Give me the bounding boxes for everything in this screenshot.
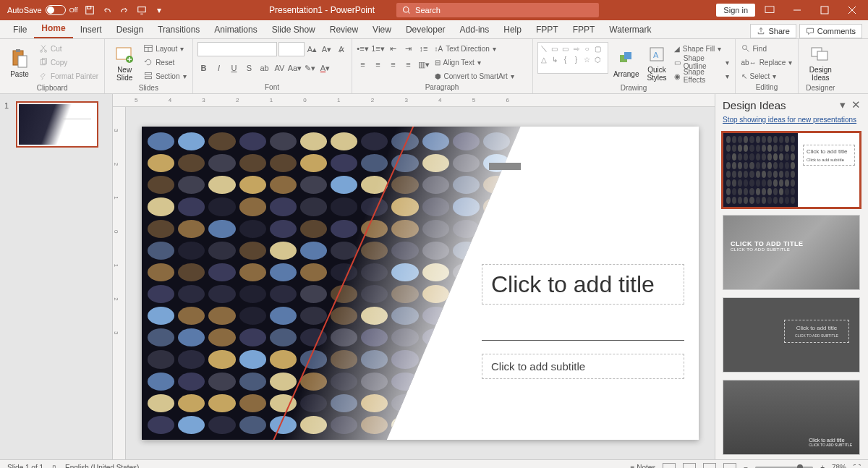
- align-center-icon[interactable]: ≡: [372, 58, 385, 71]
- copy-button[interactable]: Copy: [38, 56, 100, 69]
- shape-effects-button[interactable]: ◉ Shape Effects ▾: [673, 69, 731, 82]
- cut-button[interactable]: Cut: [38, 42, 100, 55]
- case-icon[interactable]: Aa▾: [289, 61, 302, 75]
- numbering-icon[interactable]: 1≡▾: [372, 42, 385, 55]
- ribbon-display-icon[interactable]: [757, 0, 783, 20]
- save-icon[interactable]: [84, 4, 95, 16]
- tab-animations[interactable]: Animations: [207, 21, 264, 38]
- underline-icon[interactable]: U: [228, 61, 241, 75]
- maximize-icon[interactable]: [812, 0, 838, 20]
- section-button[interactable]: Section ▾: [142, 69, 187, 82]
- tab-help[interactable]: Help: [496, 21, 529, 38]
- tab-review[interactable]: Review: [323, 21, 365, 38]
- tab-design[interactable]: Design: [109, 21, 150, 38]
- bullets-icon[interactable]: •≡▾: [357, 42, 370, 55]
- slideshow-view-icon[interactable]: [723, 463, 736, 469]
- subtitle-placeholder[interactable]: Click to add subtitle: [482, 354, 684, 379]
- design-ideas-button[interactable]: Design Ideas: [803, 42, 838, 84]
- sorter-view-icon[interactable]: [683, 463, 696, 469]
- sign-in-button[interactable]: Sign in: [716, 4, 755, 17]
- find-button[interactable]: Find: [740, 42, 794, 55]
- shape-fill-button[interactable]: ◢ Shape Fill ▾: [673, 42, 731, 55]
- increase-font-icon[interactable]: A▴: [306, 43, 319, 56]
- shape-outline-button[interactable]: ▭ Shape Outline ▾: [673, 56, 731, 69]
- language-status[interactable]: English (United States): [65, 464, 139, 468]
- layout-button[interactable]: Layout ▾: [142, 42, 187, 55]
- align-text-button[interactable]: ⊟ Align Text ▾: [433, 56, 516, 69]
- font-family-select[interactable]: [197, 42, 277, 56]
- columns-icon[interactable]: ▥▾: [417, 58, 430, 71]
- tab-slideshow[interactable]: Slide Show: [265, 21, 323, 38]
- tab-file[interactable]: File: [6, 21, 34, 38]
- text-direction-button[interactable]: ↕A Text Direction ▾: [433, 42, 516, 55]
- zoom-level[interactable]: 78%: [832, 464, 846, 468]
- tab-transitions[interactable]: Transitions: [150, 21, 207, 38]
- arrange-button[interactable]: Arrange: [611, 42, 641, 84]
- convert-smartart-button[interactable]: ⬢ Convert to SmartArt ▾: [433, 69, 516, 82]
- comments-button[interactable]: Comments: [799, 24, 862, 38]
- title-placeholder[interactable]: Click to add title: [482, 264, 684, 305]
- zoom-out-icon[interactable]: −: [744, 464, 748, 468]
- tab-developer[interactable]: Developer: [399, 21, 453, 38]
- align-right-icon[interactable]: ≡: [387, 58, 400, 71]
- svg-text:A: A: [653, 51, 659, 59]
- reading-view-icon[interactable]: [703, 463, 716, 469]
- zoom-in-icon[interactable]: +: [820, 464, 825, 468]
- slide-canvas[interactable]: Click to add title Click to add subtitle: [142, 127, 699, 440]
- quick-styles-button[interactable]: A Quick Styles: [644, 42, 670, 84]
- tab-addins[interactable]: Add-ins: [453, 21, 497, 38]
- pane-close-icon[interactable]: ✕: [851, 98, 861, 111]
- stop-showing-link[interactable]: Stop showing ideas for new presentations: [715, 116, 868, 128]
- tab-home[interactable]: Home: [34, 20, 72, 38]
- tab-watermark[interactable]: Watermark: [602, 21, 658, 38]
- pane-dropdown-icon[interactable]: ▾: [840, 98, 846, 111]
- line-spacing-icon[interactable]: ↕≡: [417, 42, 430, 55]
- paste-button[interactable]: Paste: [4, 42, 35, 84]
- design-idea-1[interactable]: Click to add titleClick to add subtitle: [723, 132, 860, 208]
- redo-icon[interactable]: [119, 4, 130, 16]
- start-from-beginning-icon[interactable]: [136, 4, 148, 16]
- notes-button[interactable]: ≡ Notes: [631, 464, 656, 468]
- close-icon[interactable]: [839, 0, 865, 20]
- decrease-font-icon[interactable]: A▾: [320, 43, 333, 56]
- format-painter-button[interactable]: Format Painter: [38, 69, 100, 82]
- share-button[interactable]: Share: [750, 24, 796, 38]
- accessibility-icon[interactable]: ▯: [52, 464, 56, 468]
- design-idea-3[interactable]: Click to add titleCLICK TO ADD SUBTITLE: [723, 297, 860, 373]
- highlight-icon[interactable]: ✎▾: [304, 61, 317, 75]
- design-idea-2[interactable]: CLICK TO ADD TITLECLICK TO ADD SUBTITLE: [723, 215, 860, 290]
- slide-thumbnail-1[interactable]: [16, 101, 98, 148]
- select-button[interactable]: ↖ Select ▾: [740, 69, 794, 82]
- tab-fppt1[interactable]: FPPT: [529, 21, 566, 38]
- replace-button[interactable]: ab↔ Replace ▾: [740, 56, 794, 69]
- design-idea-4[interactable]: Click to add titleCLICK TO ADD SUBTITLE: [723, 380, 860, 455]
- indent-inc-icon[interactable]: ⇥: [402, 42, 415, 55]
- autosave-toggle[interactable]: AutoSave Off: [7, 5, 78, 15]
- justify-icon[interactable]: ≡: [402, 58, 415, 71]
- italic-icon[interactable]: I: [213, 61, 226, 75]
- reset-button[interactable]: Reset: [142, 56, 187, 69]
- slide-counter[interactable]: Slide 1 of 1: [7, 464, 43, 468]
- clear-format-icon[interactable]: A̷: [335, 43, 348, 56]
- qat-dropdown-icon[interactable]: ▾: [153, 4, 165, 16]
- tab-insert[interactable]: Insert: [73, 21, 109, 38]
- minimize-icon[interactable]: [784, 0, 810, 20]
- font-color-icon[interactable]: A▾: [319, 61, 332, 75]
- bold-icon[interactable]: B: [197, 61, 210, 75]
- search-box[interactable]: Search: [396, 3, 599, 17]
- undo-icon[interactable]: [101, 4, 113, 16]
- tab-view[interactable]: View: [365, 21, 399, 38]
- svg-rect-1: [87, 7, 90, 9]
- font-size-select[interactable]: [278, 42, 305, 56]
- autosave-label: AutoSave: [7, 6, 42, 14]
- shapes-gallery[interactable]: ＼ ▭ ▭ ⇨ ○ ▢ △ ↳ { } ☆ ⬡: [537, 42, 609, 74]
- indent-dec-icon[interactable]: ⇤: [387, 42, 400, 55]
- align-left-icon[interactable]: ≡: [357, 58, 370, 71]
- strike-icon[interactable]: S: [243, 61, 256, 75]
- shadow-icon[interactable]: ab: [258, 61, 271, 75]
- tab-fppt2[interactable]: FPPT: [566, 21, 603, 38]
- new-slide-button[interactable]: New Slide: [109, 42, 140, 84]
- fit-to-window-icon[interactable]: ⛶: [854, 464, 861, 468]
- normal-view-icon[interactable]: [663, 463, 676, 469]
- spacing-icon[interactable]: AV: [273, 61, 286, 75]
